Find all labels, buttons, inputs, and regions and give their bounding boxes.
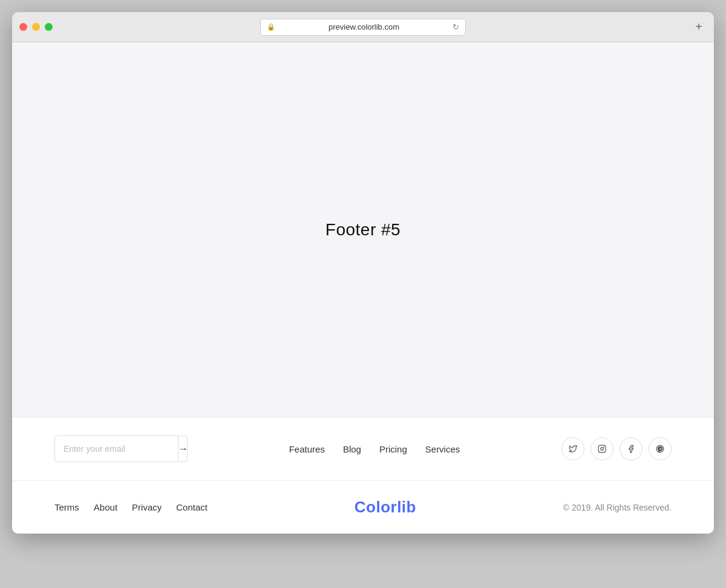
refresh-icon[interactable]: ↻ — [453, 22, 459, 31]
footer-link-privacy[interactable]: Privacy — [132, 502, 162, 512]
nav-link-services[interactable]: Services — [425, 444, 460, 454]
footer-bottom: Terms About Privacy Contact Colorlib © 2… — [12, 481, 714, 534]
email-input[interactable] — [55, 444, 178, 454]
footer-bottom-links: Terms About Privacy Contact — [54, 502, 208, 512]
footer-link-terms[interactable]: Terms — [54, 502, 79, 512]
svg-rect-0 — [598, 445, 606, 452]
new-tab-button[interactable]: + — [691, 19, 707, 35]
url-text: preview.colorlib.com — [279, 22, 449, 31]
browser-window: 🔒 preview.colorlib.com ↻ + Footer #5 → — [12, 12, 714, 534]
page-content: Footer #5 → Features Blog — [12, 42, 714, 534]
lock-icon: 🔒 — [267, 23, 275, 31]
nav-link-features[interactable]: Features — [289, 444, 325, 454]
nav-link-blog[interactable]: Blog — [343, 444, 361, 454]
close-button[interactable] — [19, 23, 27, 31]
footer-top-inner: → Features Blog Pricing Services — [30, 436, 696, 462]
maximize-button[interactable] — [45, 23, 53, 31]
main-area: Footer #5 — [12, 42, 714, 417]
footer-bottom-inner: Terms About Privacy Contact Colorlib © 2… — [30, 498, 696, 517]
brand-name: Colorlib — [355, 498, 416, 517]
email-form: → — [54, 436, 188, 462]
arrow-right-icon: → — [178, 443, 188, 454]
footer-link-contact[interactable]: Contact — [176, 502, 208, 512]
nav-link-pricing[interactable]: Pricing — [379, 444, 407, 454]
svg-point-1 — [601, 448, 604, 451]
footer-nav: Features Blog Pricing Services — [289, 444, 460, 454]
footer-top: → Features Blog Pricing Services — [12, 417, 714, 481]
footer-link-about[interactable]: About — [94, 502, 117, 512]
page-title: Footer #5 — [325, 220, 401, 240]
address-bar: 🔒 preview.colorlib.com ↻ — [260, 19, 466, 36]
social-icons — [561, 437, 672, 460]
copyright: © 2019. All Rights Reserved. — [563, 503, 672, 512]
minimize-button[interactable] — [32, 23, 40, 31]
svg-point-2 — [604, 447, 604, 448]
twitter-icon[interactable] — [561, 437, 584, 460]
browser-chrome: 🔒 preview.colorlib.com ↻ + — [12, 12, 714, 42]
email-input-wrapper: → — [54, 436, 188, 462]
email-submit-button[interactable]: → — [178, 436, 188, 462]
pinterest-icon[interactable] — [649, 437, 672, 460]
instagram-icon[interactable] — [590, 437, 613, 460]
traffic-lights — [19, 23, 53, 31]
facebook-icon[interactable] — [620, 437, 643, 460]
